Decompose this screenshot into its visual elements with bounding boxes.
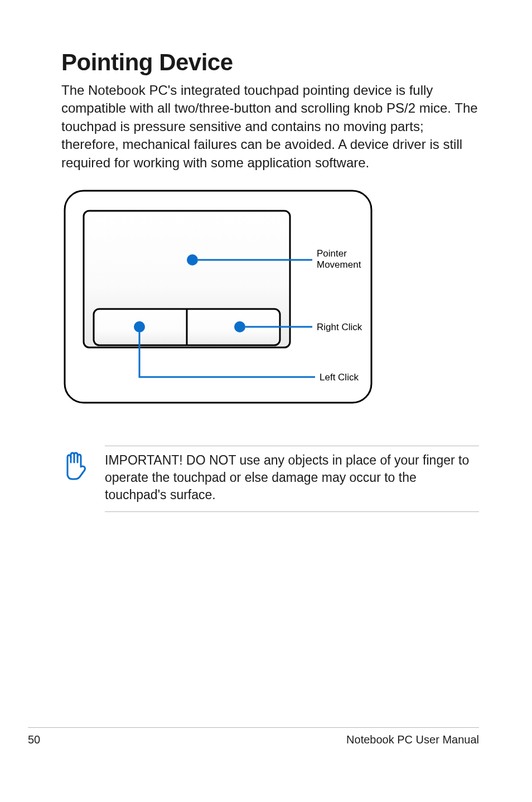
label-right-click: Right Click bbox=[317, 322, 362, 332]
label-pointer-movement-1: Pointer bbox=[317, 248, 347, 259]
note-text: IMPORTANT! DO NOT use any objects in pla… bbox=[105, 452, 479, 504]
hand-stop-icon bbox=[61, 446, 88, 484]
label-pointer-movement-2: Movement bbox=[317, 259, 361, 270]
manual-title: Notebook PC User Manual bbox=[346, 733, 479, 746]
svg-point-8 bbox=[134, 321, 145, 332]
label-left-click: Left Click bbox=[320, 372, 359, 383]
page-number: 50 bbox=[28, 733, 40, 746]
page-title: Pointing Device bbox=[61, 49, 479, 76]
svg-point-6 bbox=[234, 321, 245, 332]
svg-point-4 bbox=[187, 254, 198, 265]
intro-paragraph: The Notebook PC's integrated touchpad po… bbox=[61, 81, 479, 172]
touchpad-diagram: Pointer Movement Right Click Left Click bbox=[61, 187, 479, 408]
important-note: IMPORTANT! DO NOT use any objects in pla… bbox=[61, 446, 479, 512]
page-footer: 50 Notebook PC User Manual bbox=[28, 727, 479, 746]
